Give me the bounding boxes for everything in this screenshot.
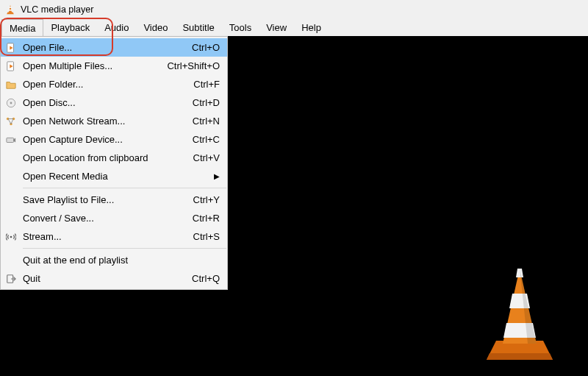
menu-separator <box>23 188 226 188</box>
menu-subtitle[interactable]: Subtitle <box>175 19 221 36</box>
menu-item-open-capture-device[interactable]: Open Capture Device...Ctrl+C <box>1 130 227 149</box>
vlc-cone-icon <box>4 4 16 15</box>
media-menu-dropdown: Open File...Ctrl+OOpen Multiple Files...… <box>0 36 228 290</box>
menu-item-label: Open Recent Media <box>18 171 220 182</box>
menu-item-quit-at-the-end-of-playlist[interactable]: Quit at the end of playlist <box>1 251 227 269</box>
menu-item-open-location-from-clipboard[interactable]: Open Location from clipboardCtrl+V <box>1 149 227 167</box>
menu-item-open-network-stream[interactable]: Open Network Stream...Ctrl+N <box>1 112 227 130</box>
menu-item-shortcut: Ctrl+Shift+O <box>161 60 220 71</box>
menu-item-shortcut: Ctrl+R <box>161 213 220 224</box>
menu-item-shortcut: Ctrl+S <box>161 231 220 242</box>
menu-item-shortcut: Ctrl+V <box>161 152 220 163</box>
menu-item-shortcut: Ctrl+C <box>161 134 220 145</box>
menu-view[interactable]: View <box>259 19 294 36</box>
stream-icon <box>4 232 18 242</box>
submenu-arrow-icon: ▶ <box>214 172 220 180</box>
svg-marker-21 <box>516 269 523 277</box>
menu-item-label: Quit at the end of playlist <box>18 255 220 266</box>
title-bar: VLC media player <box>0 0 588 19</box>
menu-item-label: Quit <box>18 273 161 284</box>
vlc-logo-large <box>472 264 567 367</box>
menu-bar: Media Playback Audio Video Subtitle Tool… <box>0 19 588 36</box>
svg-rect-2 <box>9 10 12 11</box>
svg-rect-13 <box>7 138 14 142</box>
menu-item-shortcut: Ctrl+Y <box>161 194 220 205</box>
svg-rect-1 <box>9 7 11 8</box>
menu-item-stream[interactable]: Stream...Ctrl+S <box>1 227 227 246</box>
menu-item-label: Convert / Save... <box>18 213 161 224</box>
menu-item-shortcut: Ctrl+D <box>161 97 220 108</box>
menu-item-save-playlist-to-file[interactable]: Save Playlist to File...Ctrl+Y <box>1 191 227 209</box>
menu-help[interactable]: Help <box>294 19 329 36</box>
menu-media[interactable]: Media <box>1 19 43 36</box>
folder-icon <box>4 79 18 90</box>
menu-item-open-recent-media[interactable]: Open Recent Media▶ <box>1 167 227 185</box>
menu-audio[interactable]: Audio <box>97 19 136 36</box>
menu-item-shortcut: Ctrl+Q <box>161 273 220 284</box>
menu-item-label: Open Capture Device... <box>18 134 161 145</box>
menu-item-open-folder[interactable]: Open Folder...Ctrl+F <box>1 75 227 93</box>
menu-item-label: Open Location from clipboard <box>18 152 161 163</box>
menu-item-quit[interactable]: QuitCtrl+Q <box>1 269 227 288</box>
menu-item-shortcut: Ctrl+N <box>161 116 220 127</box>
window-title: VLC media player <box>21 4 93 15</box>
menu-item-open-disc[interactable]: Open Disc...Ctrl+D <box>1 93 227 112</box>
menu-item-label: Open File... <box>18 42 161 53</box>
menu-tools[interactable]: Tools <box>222 19 259 36</box>
menu-item-label: Stream... <box>18 231 161 242</box>
disc-icon <box>4 98 18 108</box>
network-icon <box>4 116 18 127</box>
menu-item-label: Open Multiple Files... <box>18 60 161 71</box>
menu-item-open-file[interactable]: Open File...Ctrl+O <box>1 38 227 57</box>
menu-item-label: Open Network Stream... <box>18 116 161 127</box>
svg-marker-0 <box>9 5 12 13</box>
menu-separator <box>23 248 226 249</box>
capture-icon <box>4 135 18 145</box>
file-play-icon <box>4 43 18 53</box>
menu-video[interactable]: Video <box>136 19 175 36</box>
menu-item-open-multiple-files[interactable]: Open Multiple Files...Ctrl+Shift+O <box>1 57 227 75</box>
menu-item-label: Save Playlist to File... <box>18 194 161 205</box>
menu-item-label: Open Folder... <box>18 79 161 90</box>
file-play-icon <box>4 61 18 71</box>
svg-point-15 <box>10 235 12 238</box>
menu-item-shortcut: Ctrl+O <box>161 42 220 53</box>
menu-playback[interactable]: Playback <box>43 19 97 36</box>
menu-item-label: Open Disc... <box>18 97 161 108</box>
svg-point-12 <box>10 122 12 125</box>
quit-icon <box>4 274 18 284</box>
svg-marker-19 <box>487 353 553 360</box>
svg-marker-3 <box>7 13 14 15</box>
menu-item-shortcut: Ctrl+F <box>161 79 220 90</box>
menu-item-convert-save[interactable]: Convert / Save...Ctrl+R <box>1 209 227 227</box>
svg-point-9 <box>10 102 12 104</box>
